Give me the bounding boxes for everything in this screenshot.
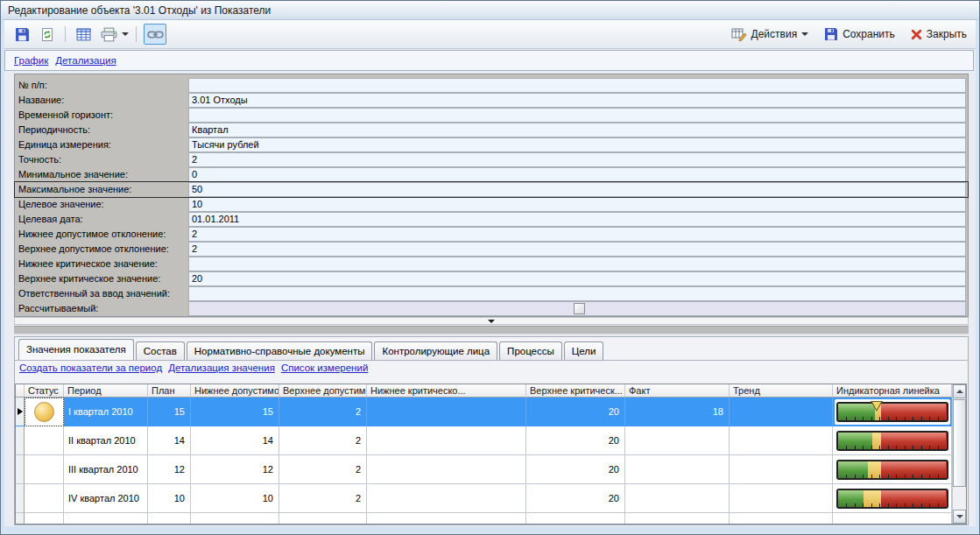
cell-fact[interactable]: 18 [625, 398, 730, 426]
cell-upper_allowed[interactable]: 2 [279, 484, 367, 513]
table-row-partial[interactable] [16, 513, 952, 524]
horizontal-splitter[interactable] [14, 326, 969, 334]
dropdown-caret-icon[interactable] [122, 32, 129, 36]
cell-period[interactable]: III квартал 2010 [64, 455, 148, 484]
link-icon[interactable] [144, 24, 166, 45]
field-value[interactable]: Тысячи рублей [188, 137, 966, 152]
title-bar[interactable]: Редактирование объекта '3.01 Отходы' из … [1, 1, 979, 20]
field-value[interactable] [188, 108, 966, 123]
cell-upper_critical[interactable]: 20 [526, 484, 625, 513]
field-value[interactable]: 2 [188, 152, 966, 167]
cell-plan[interactable]: 14 [148, 426, 191, 455]
cell-lower_critical[interactable] [367, 484, 526, 513]
table-icon[interactable] [73, 25, 94, 44]
field-value[interactable]: 3.01 Отходы [188, 93, 966, 108]
row-selector[interactable] [16, 484, 25, 513]
refresh-icon[interactable] [37, 25, 58, 44]
save-icon[interactable] [11, 25, 32, 44]
cell-lower_allowed[interactable]: 15 [191, 398, 279, 426]
cell-lower_allowed[interactable]: 14 [191, 426, 279, 455]
cell-upper_critical[interactable]: 20 [526, 426, 625, 455]
status-cell[interactable] [25, 455, 64, 484]
field-value[interactable]: 10 [188, 197, 966, 212]
row-selector[interactable] [16, 398, 25, 426]
field-value[interactable]: Квартал [188, 123, 966, 137]
cell-trend[interactable] [730, 455, 833, 484]
print-icon[interactable] [98, 25, 119, 44]
cell-period[interactable]: IV квартал 2010 [64, 484, 148, 513]
column-header[interactable]: Факт [625, 384, 730, 398]
save-button[interactable]: Сохранить [824, 27, 895, 41]
cell-period[interactable]: I квартал 2010 [64, 398, 148, 426]
scroll-up-button[interactable] [953, 384, 966, 398]
column-header[interactable]: План [148, 384, 191, 398]
status-cell[interactable] [25, 484, 64, 513]
row-selector[interactable] [16, 426, 25, 455]
cell-trend[interactable] [730, 398, 833, 426]
cell-trend[interactable] [730, 426, 833, 455]
cell-fact[interactable] [625, 455, 730, 484]
column-header[interactable]: Статус [25, 384, 64, 398]
tab-1[interactable]: Значения показателя [18, 339, 134, 360]
cell-fact[interactable] [625, 426, 730, 455]
tab-5[interactable]: Процессы [499, 341, 562, 360]
cell-period[interactable]: II квартал 2010 [64, 426, 148, 455]
table-row[interactable]: I квартал 2010151522018 [16, 398, 952, 426]
grid-action-link-2[interactable]: Детализация значения [168, 363, 275, 373]
status-cell[interactable] [25, 426, 64, 455]
cell-lower_critical[interactable] [367, 455, 526, 484]
field-value[interactable]: 2 [188, 242, 966, 257]
tab-2[interactable]: Состав [136, 341, 185, 360]
table-row[interactable]: IV квартал 20101010220 [16, 484, 952, 513]
cell-lower_critical[interactable] [367, 426, 526, 455]
nav-link-chart[interactable]: График [14, 55, 48, 66]
column-header[interactable]: Верхнее допустимо... [279, 384, 367, 398]
row-selector[interactable] [16, 513, 25, 524]
cell-indicator[interactable] [833, 484, 952, 513]
cell-upper_critical[interactable]: 20 [526, 455, 625, 484]
field-value[interactable] [188, 286, 966, 301]
field-value[interactable]: 01.01.2011 [188, 212, 966, 227]
cell-indicator[interactable] [833, 398, 952, 426]
cell-fact[interactable] [625, 484, 730, 513]
cell-lower_allowed[interactable]: 12 [191, 455, 279, 484]
grid-action-link-1[interactable]: Создать показатели за период [19, 363, 162, 373]
cell-trend[interactable] [730, 484, 833, 513]
column-header[interactable]: Период [64, 384, 148, 398]
table-row[interactable]: III квартал 20101212220 [16, 455, 952, 484]
cell-upper_allowed[interactable]: 2 [279, 455, 367, 484]
field-value[interactable]: 50 [188, 182, 966, 197]
cell-upper_allowed[interactable]: 2 [279, 426, 367, 455]
field-value[interactable] [188, 301, 966, 316]
field-value[interactable]: 0 [188, 167, 966, 182]
scrollbar-track[interactable] [953, 487, 966, 510]
cell-plan[interactable]: 10 [148, 484, 191, 513]
field-value[interactable]: 2 [188, 227, 966, 242]
scroll-down-button[interactable] [953, 510, 966, 524]
scrollbar-thumb[interactable] [953, 399, 966, 487]
cell-plan[interactable]: 15 [148, 398, 191, 426]
tab-6[interactable]: Цели [564, 341, 604, 360]
column-header[interactable]: Нижнее критическо... [367, 384, 526, 398]
cell-plan[interactable]: 12 [148, 455, 191, 484]
actions-button[interactable]: Действия [731, 27, 809, 41]
cell-lower_critical[interactable] [367, 398, 526, 426]
field-value[interactable]: 20 [188, 271, 966, 286]
tab-3[interactable]: Нормативно-справочные документы [187, 341, 373, 360]
tab-4[interactable]: Контролирующие лица [374, 341, 497, 360]
vertical-scrollbar[interactable] [952, 384, 966, 524]
column-header[interactable]: Верхнее критическ... [526, 384, 625, 398]
close-button[interactable]: Закрыть [911, 28, 967, 40]
cell-upper_critical[interactable]: 20 [526, 398, 625, 426]
grid-action-link-3[interactable]: Список измерений [281, 363, 368, 373]
column-header[interactable]: Тренд [730, 384, 833, 398]
collapse-panel-button[interactable] [14, 317, 969, 325]
cell-indicator[interactable] [833, 455, 952, 484]
field-value[interactable] [188, 257, 966, 271]
status-cell[interactable] [25, 398, 64, 426]
column-header[interactable]: Индикаторная линейка [833, 384, 952, 398]
row-selector[interactable] [16, 455, 25, 484]
cell-upper_allowed[interactable]: 2 [279, 398, 367, 426]
cell-lower_allowed[interactable]: 10 [191, 484, 279, 513]
field-value[interactable] [188, 78, 966, 93]
